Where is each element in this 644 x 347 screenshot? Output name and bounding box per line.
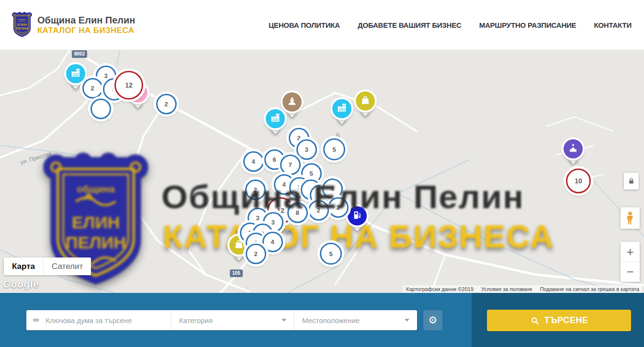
factory-icon bbox=[70, 67, 81, 80]
keyword-input[interactable] bbox=[45, 311, 171, 330]
attribution-text: Картографски данни ©2019 bbox=[406, 286, 474, 292]
map-type-map-button[interactable]: Карта bbox=[4, 257, 43, 275]
pegman-icon bbox=[624, 211, 636, 225]
nav-item-add-your-business[interactable]: ДОБАВЕТЕ ВАШИЯТ БИЗНЕС bbox=[358, 21, 462, 29]
cluster-marker[interactable]: 2 bbox=[308, 200, 329, 221]
map-type-satellite-button[interactable]: Сателит bbox=[43, 257, 91, 275]
cluster-marker[interactable]: 4 bbox=[322, 179, 343, 199]
map-attribution: Картографски данни ©2019Условия за ползв… bbox=[403, 285, 642, 293]
keyword-field: ✏ bbox=[26, 310, 171, 330]
search-icon bbox=[530, 316, 540, 325]
svg-text:община: община bbox=[18, 18, 26, 21]
cluster-marker[interactable] bbox=[90, 99, 111, 119]
search-fields: ✏ Категория Местоположение bbox=[26, 310, 417, 330]
cluster-marker[interactable]: 8 bbox=[287, 202, 308, 223]
search-button-label: ТЪРСЕНЕ bbox=[544, 315, 588, 325]
cluster-marker[interactable]: 4 bbox=[243, 151, 264, 172]
cluster-marker[interactable]: 2 bbox=[82, 78, 103, 99]
street-view-lock-button[interactable] bbox=[624, 173, 639, 190]
pin-marker-church[interactable] bbox=[564, 139, 583, 158]
attribution-link[interactable]: Условия за ползване bbox=[481, 286, 532, 292]
pin-marker-factory[interactable] bbox=[66, 64, 85, 83]
factory-icon bbox=[270, 112, 281, 125]
chevron-down-icon bbox=[282, 319, 286, 322]
pegman-button[interactable] bbox=[621, 207, 640, 229]
cluster-marker[interactable]: 4 bbox=[262, 232, 283, 252]
google-logo[interactable]: Google bbox=[3, 279, 39, 290]
search-bar: ✏ Категория Местоположение ⚙ ТЪРСЕНЕ bbox=[0, 293, 644, 347]
cluster-marker[interactable]: 10 bbox=[566, 168, 591, 193]
chevron-down-icon bbox=[405, 319, 409, 322]
map-type-control: Карта Сателит bbox=[4, 257, 91, 275]
nav-item-pricing-policy[interactable]: ЦЕНОВА ПОЛИТИКА bbox=[269, 21, 340, 29]
cluster-marker[interactable]: 5 bbox=[323, 138, 345, 160]
site-logo[interactable]: община ЕЛИН ПЕЛИН Община Елин Пелин КАТА… bbox=[11, 12, 135, 38]
page: община ЕЛИН ПЕЛИН Община Елин Пелин КАТА… bbox=[0, 0, 644, 347]
location-select[interactable]: Местоположение bbox=[294, 310, 417, 330]
pin-marker-worker[interactable] bbox=[282, 92, 302, 112]
factory-icon bbox=[337, 102, 347, 115]
attribution-link[interactable]: Подаване на сигнал за грешка в картата bbox=[540, 286, 639, 292]
logo-title: Община Елин Пелин bbox=[37, 15, 135, 26]
pin-marker-shopping-bag[interactable] bbox=[356, 91, 375, 111]
svg-text:ПЕЛИН: ПЕЛИН bbox=[16, 26, 28, 31]
category-select[interactable]: Категория bbox=[171, 310, 294, 330]
google-map[interactable]: община ЕЛИН ПЕЛИН КАТАЛОГ НА БИЗНЕСА Общ… bbox=[0, 50, 644, 293]
search-button[interactable]: ТЪРСЕНЕ bbox=[487, 310, 631, 331]
municipality-crest-icon: община ЕЛИН ПЕЛИН bbox=[11, 12, 33, 38]
cluster-marker[interactable]: 12 bbox=[114, 71, 143, 100]
shopping-bag-icon bbox=[234, 239, 244, 251]
main-nav: ЦЕНОВА ПОЛИТИКАДОБАВЕТЕ ВАШИЯТ БИЗНЕСМАР… bbox=[269, 21, 632, 29]
church-icon bbox=[568, 143, 578, 155]
cluster-marker[interactable]: 7 bbox=[280, 155, 301, 175]
category-select-label: Категория bbox=[179, 316, 282, 325]
pin-marker-fuel[interactable] bbox=[348, 206, 367, 225]
nav-item-contacts[interactable]: КОНТАКТИ bbox=[594, 21, 632, 29]
cluster-marker[interactable]: 2 bbox=[328, 197, 349, 218]
cluster-marker[interactable]: 3 bbox=[296, 139, 317, 160]
markers-layer: 3251222354675242784221283338342510 bbox=[0, 50, 644, 293]
nav-item-route-schedule[interactable]: МАРШРУТНО РАЗПИСАНИЕ bbox=[479, 21, 576, 29]
zoom-control: + − bbox=[621, 242, 640, 282]
location-select-label: Местоположение bbox=[302, 316, 405, 325]
cluster-marker[interactable]: 2 bbox=[246, 244, 266, 264]
gear-icon: ⚙ bbox=[429, 315, 438, 325]
advanced-search-button[interactable]: ⚙ bbox=[423, 310, 442, 330]
shopping-bag-icon bbox=[360, 95, 371, 107]
cluster-marker[interactable]: 5 bbox=[320, 243, 342, 265]
logo-subtitle: КАТАЛОГ НА БИЗНЕСА bbox=[37, 26, 135, 35]
pencil-icon: ✏ bbox=[33, 315, 40, 325]
lock-icon bbox=[627, 177, 635, 186]
worker-icon bbox=[287, 96, 297, 108]
cluster-marker[interactable]: 2 bbox=[245, 179, 266, 200]
zoom-out-button[interactable]: − bbox=[621, 262, 640, 282]
header: община ЕЛИН ПЕЛИН Община Елин Пелин КАТА… bbox=[0, 0, 644, 50]
zoom-in-button[interactable]: + bbox=[621, 242, 640, 262]
pin-marker-factory[interactable] bbox=[266, 109, 285, 128]
fuel-icon bbox=[352, 210, 362, 222]
pin-marker-factory[interactable] bbox=[332, 99, 351, 118]
logo-text: Община Елин Пелин КАТАЛОГ НА БИЗНЕСА bbox=[37, 15, 135, 35]
cluster-marker[interactable]: 2 bbox=[156, 94, 177, 114]
